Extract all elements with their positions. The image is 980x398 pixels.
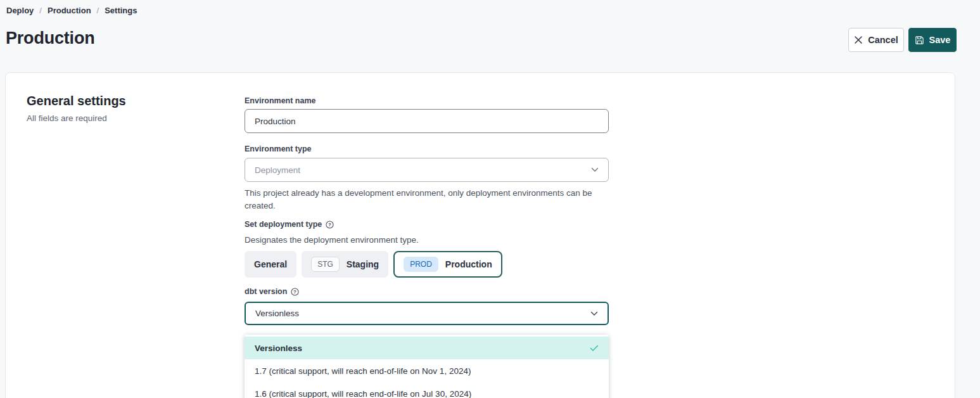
environment-type-label: Environment type bbox=[245, 144, 312, 153]
breadcrumb: Deploy / Production / Settings bbox=[6, 6, 137, 15]
deployment-type-production-button[interactable]: PROD Production bbox=[393, 251, 502, 278]
breadcrumb-separator: / bbox=[97, 6, 99, 15]
dbt-version-label-row: dbt version ? bbox=[245, 287, 299, 296]
deployment-type-staging-label: Staging bbox=[347, 259, 379, 269]
environment-name-label: Environment name bbox=[245, 96, 316, 105]
dropdown-option-versionless[interactable]: Versionless bbox=[245, 337, 609, 359]
dropdown-option-label: Versionless bbox=[255, 343, 302, 353]
prod-badge: PROD bbox=[404, 257, 438, 272]
section-title: General settings bbox=[27, 94, 126, 108]
dropdown-option-label: 1.7 (critical support, will reach end-of… bbox=[255, 366, 471, 376]
floppy-disk-icon bbox=[915, 35, 924, 45]
chevron-down-icon bbox=[590, 311, 598, 316]
dropdown-option-1-6[interactable]: 1.6 (critical support, will reach end-of… bbox=[245, 382, 609, 398]
staging-badge: STG bbox=[311, 257, 340, 272]
environment-type-select: Deployment bbox=[245, 158, 609, 182]
environment-type-help-text: This project already has a development e… bbox=[245, 187, 596, 212]
save-button[interactable]: Save bbox=[908, 28, 957, 52]
dbt-version-select[interactable]: Versionless bbox=[245, 302, 609, 325]
environment-settings-page: Deploy / Production / Settings Productio… bbox=[0, 0, 980, 398]
dbt-version-label: dbt version bbox=[245, 287, 287, 296]
dropdown-option-1-7[interactable]: 1.7 (critical support, will reach end-of… bbox=[245, 359, 609, 382]
deployment-type-options: General STG Staging PROD Production bbox=[245, 251, 502, 278]
deployment-type-general-label: General bbox=[254, 259, 287, 269]
dropdown-option-label: 1.6 (critical support, will reach end-of… bbox=[255, 389, 471, 398]
breadcrumb-settings: Settings bbox=[105, 6, 137, 15]
deployment-type-label: Set deployment type bbox=[245, 220, 322, 229]
dbt-version-dropdown-menu: Versionless 1.7 (critical support, will … bbox=[245, 335, 609, 398]
save-button-label: Save bbox=[929, 35, 951, 45]
deployment-type-production-label: Production bbox=[445, 259, 492, 269]
question-circle-icon[interactable]: ? bbox=[326, 221, 334, 229]
dbt-version-value: Versionless bbox=[255, 309, 299, 318]
deployment-type-general-button[interactable]: General bbox=[245, 251, 296, 278]
deployment-type-staging-button[interactable]: STG Staging bbox=[302, 251, 388, 278]
page-title: Production bbox=[6, 29, 95, 48]
breadcrumb-deploy[interactable]: Deploy bbox=[6, 6, 34, 15]
section-subtitle: All fields are required bbox=[27, 113, 107, 123]
svg-text:?: ? bbox=[293, 289, 296, 295]
check-icon bbox=[590, 345, 599, 352]
question-circle-icon[interactable]: ? bbox=[291, 288, 299, 296]
svg-text:?: ? bbox=[328, 222, 331, 228]
breadcrumb-separator: / bbox=[39, 6, 42, 15]
deployment-type-label-row: Set deployment type ? bbox=[245, 220, 334, 229]
environment-type-value: Deployment bbox=[255, 165, 300, 175]
deployment-type-description: Designates the deployment environment ty… bbox=[245, 235, 419, 245]
general-settings-card: General settings All fields are required… bbox=[5, 72, 955, 398]
breadcrumb-production[interactable]: Production bbox=[48, 6, 91, 15]
close-icon bbox=[854, 35, 863, 44]
chevron-down-icon bbox=[591, 167, 599, 172]
cancel-button[interactable]: Cancel bbox=[848, 28, 904, 52]
cancel-button-label: Cancel bbox=[868, 35, 898, 45]
environment-name-input[interactable] bbox=[245, 109, 609, 133]
